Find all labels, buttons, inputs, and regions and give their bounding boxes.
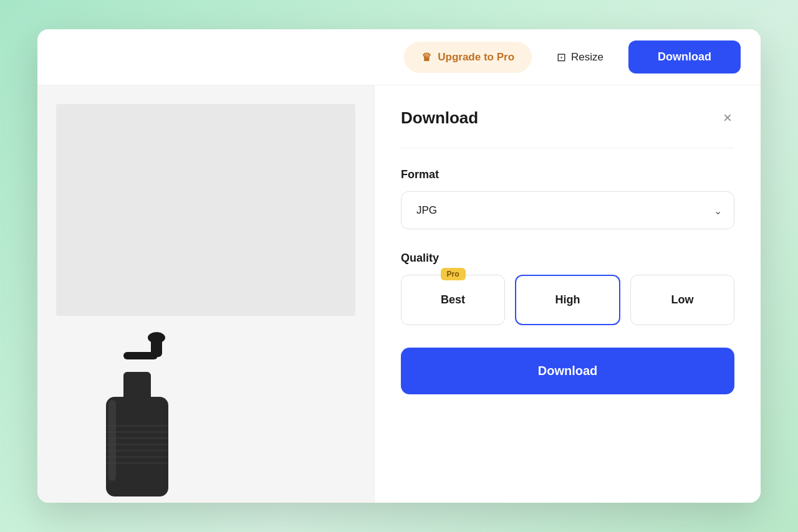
resize-button[interactable]: ⊡ Resize <box>542 42 618 73</box>
crown-icon: ♛ <box>421 50 431 64</box>
resize-icon: ⊡ <box>557 50 566 64</box>
close-icon: × <box>723 109 732 126</box>
bottle-illustration <box>94 328 181 503</box>
format-select[interactable]: JPG PNG SVG PDF WEBP <box>401 191 734 229</box>
resize-label: Resize <box>571 51 603 64</box>
product-image-area <box>75 316 200 503</box>
format-label: Format <box>401 168 734 181</box>
quality-label: Quality <box>401 252 734 265</box>
quality-best-button[interactable]: Pro Best <box>401 275 505 325</box>
format-select-wrapper: JPG PNG SVG PDF WEBP ⌄ <box>401 191 734 229</box>
quality-high-label: High <box>555 293 580 306</box>
download-header-button[interactable]: Download <box>628 40 741 74</box>
canvas-inner <box>56 104 355 316</box>
quality-section: Quality Pro Best High Low <box>401 252 734 325</box>
upgrade-label: Upgrade to Pro <box>438 51 514 64</box>
canvas-area <box>37 85 374 503</box>
pro-badge: Pro <box>440 268 465 280</box>
quality-options: Pro Best High Low <box>401 275 734 325</box>
close-button[interactable]: × <box>721 108 734 128</box>
download-action-button[interactable]: Download <box>401 348 734 394</box>
app-window: ♛ Upgrade to Pro ⊡ Resize Download <box>37 29 761 503</box>
svg-point-4 <box>148 332 165 343</box>
svg-rect-12 <box>108 400 116 481</box>
quality-best-label: Best <box>441 293 465 306</box>
panel-header: Download × <box>401 108 734 128</box>
quality-low-label: Low <box>671 293 694 306</box>
quality-low-button[interactable]: Low <box>630 275 734 325</box>
download-action-label: Download <box>538 364 598 378</box>
download-header-label: Download <box>658 50 711 63</box>
quality-high-button[interactable]: High <box>515 275 620 325</box>
upgrade-to-pro-button[interactable]: ♛ Upgrade to Pro <box>404 42 532 73</box>
download-panel: Download × Format JPG PNG SVG PDF WEBP ⌄ <box>374 85 761 503</box>
top-bar: ♛ Upgrade to Pro ⊡ Resize Download <box>37 29 761 85</box>
divider <box>401 148 734 148</box>
svg-rect-1 <box>123 372 151 403</box>
panel-title: Download <box>401 108 478 128</box>
format-section: Format JPG PNG SVG PDF WEBP ⌄ <box>401 168 734 229</box>
